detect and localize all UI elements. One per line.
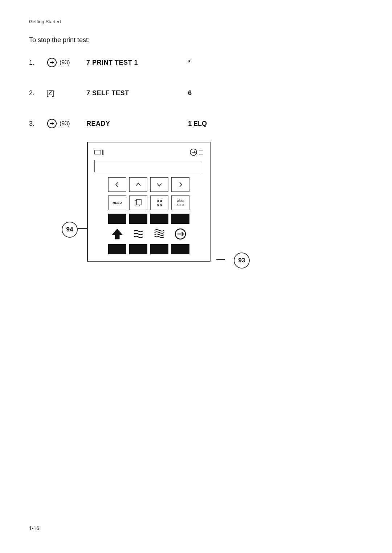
svg-rect-7	[136, 199, 141, 205]
cancel-icon-3	[46, 118, 57, 129]
step-1-icon-text: (93)	[60, 59, 70, 66]
callout-93-text: 93	[238, 257, 245, 264]
step-3-icon: (93)	[46, 118, 86, 129]
shift-up-icon	[108, 227, 126, 241]
bottom-action-buttons	[94, 244, 203, 254]
page-number: 1-16	[29, 525, 39, 531]
step-3-icon-text: (93)	[60, 120, 70, 127]
vertical-bar-icon	[102, 150, 103, 155]
action-button-4[interactable]	[171, 214, 189, 224]
font-aa-icon: a a a a	[157, 199, 162, 207]
nav-up-button[interactable]	[129, 177, 147, 192]
online-icon	[189, 148, 197, 156]
nav-buttons-row	[94, 177, 203, 192]
callout-94: 94	[62, 222, 78, 238]
bottom-action-button-1[interactable]	[108, 244, 126, 254]
printer-panel: MENU a a a a abc a b c	[87, 142, 211, 262]
small-rect-icon	[94, 150, 101, 154]
cancel-icon-1	[46, 57, 57, 68]
wave-stack-2-icon	[150, 227, 168, 241]
diagram-container: 94 93	[87, 142, 225, 262]
right-indicator	[189, 148, 203, 156]
left-indicator	[94, 150, 103, 155]
step-1: 1. (93) 7 PRINT TEST 1 *	[29, 54, 341, 71]
lcd-display	[94, 160, 203, 172]
action-button-3[interactable]	[150, 214, 168, 224]
breadcrumb: Getting Started	[29, 19, 61, 24]
step-2-icon: [Z]	[46, 89, 86, 97]
step-2-value: 6	[188, 89, 192, 97]
bottom-action-button-4[interactable]	[171, 244, 189, 254]
panel-top-indicators	[94, 148, 203, 156]
step-3-value: 1 ELQ	[188, 120, 207, 128]
steps-container: 1. (93) 7 PRINT TEST 1 * 2. [Z] 7 SELF T…	[29, 54, 341, 145]
step-1-icon: (93)	[46, 57, 86, 68]
step-2-number: 2.	[29, 89, 46, 97]
step-3: 3. (93) READY 1 ELQ	[29, 115, 341, 132]
func-buttons-row: MENU a a a a abc a b c	[94, 195, 203, 210]
step-3-number: 3.	[29, 120, 46, 128]
step-1-label: 7 PRINT TEST 1	[86, 59, 188, 66]
nav-right-button[interactable]	[171, 177, 189, 192]
step-3-label: READY	[86, 120, 188, 128]
action-button-1[interactable]	[108, 214, 126, 224]
action-button-2[interactable]	[129, 214, 147, 224]
wave-stack-1-icon	[129, 227, 147, 241]
callout-93: 93	[234, 253, 250, 269]
font-abc-button[interactable]: abc a b c	[171, 195, 189, 210]
nav-left-button[interactable]	[108, 177, 126, 192]
copy-button[interactable]	[129, 195, 147, 210]
online-cancel-icon	[171, 227, 189, 241]
step-2-label: 7 SELF TEST	[86, 89, 188, 97]
top-action-buttons	[94, 214, 203, 224]
step-1-value: *	[188, 59, 191, 66]
font-abc-icon: abc a b c	[177, 199, 184, 207]
bracket-z-icon: [Z]	[46, 89, 54, 97]
callout-94-line	[78, 228, 87, 229]
callout-93-line	[216, 259, 225, 260]
bottom-action-button-2[interactable]	[129, 244, 147, 254]
svg-marker-8	[112, 229, 122, 239]
bottom-action-button-3[interactable]	[150, 244, 168, 254]
callout-94-text: 94	[66, 226, 73, 233]
menu-button[interactable]: MENU	[108, 195, 126, 210]
small-square-icon	[199, 150, 203, 154]
symbol-row	[94, 227, 203, 241]
font-aa-button[interactable]: a a a a	[150, 195, 168, 210]
intro-text: To stop the print test:	[29, 36, 90, 44]
step-1-number: 1.	[29, 59, 46, 66]
step-2: 2. [Z] 7 SELF TEST 6	[29, 84, 341, 102]
nav-down-button[interactable]	[150, 177, 168, 192]
